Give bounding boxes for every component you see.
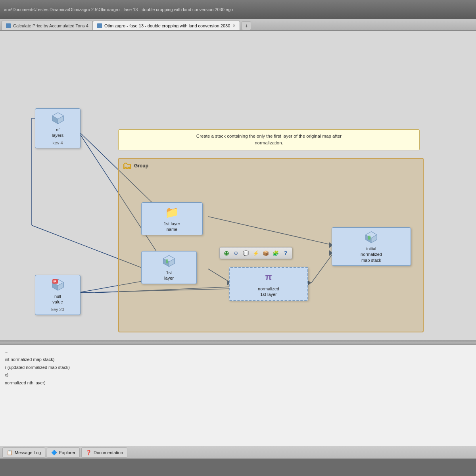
info-text-2: normalization. xyxy=(123,140,415,146)
separator xyxy=(0,340,476,344)
pi-symbol: π xyxy=(265,272,272,282)
node-first-layer[interactable]: 1stlayer xyxy=(141,251,197,284)
cube-icon-null-value: IR xyxy=(51,278,65,292)
doc-label: Documentation xyxy=(94,450,123,455)
msglog-icon: 📋 xyxy=(7,450,13,455)
log-line-0: ... xyxy=(5,348,471,356)
pi-icon: π xyxy=(261,270,276,284)
bottom-log: ... int normalized map stack) r (updated… xyxy=(0,345,476,390)
node-first-layer-name[interactable]: 📁 1st layername xyxy=(141,202,203,235)
node-of-layers-sublabel: key 4 xyxy=(52,140,63,146)
svg-rect-34 xyxy=(368,236,370,240)
title-path: ann\Documents\Testes Dinamica\Otimizagro… xyxy=(4,7,233,12)
bottom-tab-msglog[interactable]: 📋 Message Log xyxy=(2,447,45,458)
info-box: Create a stack containing the only the f… xyxy=(118,129,420,150)
node-of-layers[interactable]: oflayers key 4 xyxy=(35,108,81,148)
node-null-value-sublabel: key 20 xyxy=(51,307,64,312)
info-text-1: Create a stack containing the only the f… xyxy=(123,133,415,140)
bottom-tab-documentation[interactable]: ❓ Documentation xyxy=(81,447,127,458)
cube-icon-initial-stack xyxy=(364,230,378,244)
tab-label-2: Otimizagro - fase 13 - double cropping w… xyxy=(104,23,230,28)
tb-chat-btn[interactable]: 💬 xyxy=(242,249,250,257)
toolbar-float[interactable]: ⊕ ⚙ 💬 ⚡ 📦 🧩 ? xyxy=(219,247,292,259)
group-header: 🗂 Group xyxy=(119,159,423,173)
tb-add-btn[interactable]: ⊕ xyxy=(222,249,230,257)
bottom-panel: ... int normalized map stack) r (updated… xyxy=(0,344,476,459)
log-line-4: normalized nth layer) xyxy=(5,379,471,387)
cube-svg-4 xyxy=(364,230,378,244)
tab-calculate[interactable]: Calculate Price by Accumulated Tons 4 xyxy=(2,21,93,30)
bottom-tabs-bar: 📋 Message Log 🔷 Explorer ❓ Documentation xyxy=(0,446,476,459)
group-label: Group xyxy=(134,163,148,169)
explorer-icon: 🔷 xyxy=(51,450,57,455)
log-line-2: r (updated normalized map stack) xyxy=(5,364,471,372)
initial-normalized-map-stack-label: initialnormalizedmap stack xyxy=(361,246,382,263)
first-layer-label: 1stlayer xyxy=(164,270,174,281)
tab-icon-1 xyxy=(6,23,11,28)
node-normalized-first-layer[interactable]: π normalized1st layer xyxy=(229,267,308,301)
bottom-tab-explorer[interactable]: 🔷 Explorer xyxy=(47,447,80,458)
node-of-layers-label: oflayers xyxy=(52,127,63,138)
node-null-value-label: nullvalue xyxy=(52,294,63,305)
normalized-first-layer-label: normalized1st layer xyxy=(258,286,279,298)
node-null-value[interactable]: IR nullvalue key 20 xyxy=(35,275,81,315)
tb-help-btn[interactable]: ? xyxy=(281,249,290,257)
tb-lightning-btn[interactable]: ⚡ xyxy=(251,249,260,257)
tb-box-btn[interactable]: 📦 xyxy=(261,249,270,257)
tab-add-btn[interactable]: + xyxy=(242,21,251,30)
log-line-1: int normalized map stack) xyxy=(5,356,471,364)
tab-label-1: Calculate Price by Accumulated Tons 4 xyxy=(13,23,88,28)
node-initial-normalized-map-stack[interactable]: initialnormalizedmap stack xyxy=(332,227,411,266)
tab-icon-2 xyxy=(97,23,102,28)
tab-otimizagro[interactable]: Otimizagro - fase 13 - double cropping w… xyxy=(93,21,240,30)
cube-svg-1 xyxy=(51,111,65,125)
doc-icon: ❓ xyxy=(86,450,92,455)
msglog-label: Message Log xyxy=(15,450,41,455)
tb-puzzle-btn[interactable]: 🧩 xyxy=(271,249,280,257)
explorer-label: Explorer xyxy=(59,450,75,455)
tab-bar: Calculate Price by Accumulated Tons 4 Ot… xyxy=(0,19,476,31)
ir-badge: IR xyxy=(52,279,58,284)
folder-icon-layer-name: 📁 xyxy=(165,205,179,219)
main-canvas: Create a stack containing the only the f… xyxy=(0,31,476,340)
cube-icon-first-layer xyxy=(162,254,176,268)
folder-icon: 🗂 xyxy=(122,160,132,171)
first-layer-name-label: 1st layername xyxy=(164,221,180,232)
svg-rect-29 xyxy=(166,259,168,263)
cube-icon-of-layers xyxy=(51,111,65,125)
title-bar: ann\Documents\Testes Dinamica\Otimizagro… xyxy=(0,0,476,19)
tb-gear-btn[interactable]: ⚙ xyxy=(232,249,240,257)
cube-svg-3 xyxy=(162,254,176,268)
log-line-3: x) xyxy=(5,371,471,379)
tab-close-btn[interactable]: ✕ xyxy=(232,23,236,28)
